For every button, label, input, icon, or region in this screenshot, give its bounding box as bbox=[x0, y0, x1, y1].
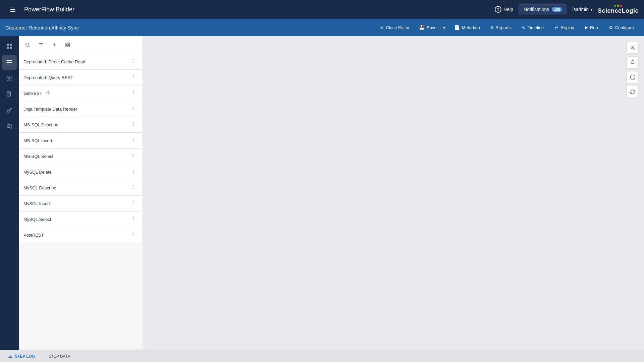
list-item[interactable]: Deprecated: Query REST bbox=[19, 70, 143, 85]
svg-point-17 bbox=[133, 76, 134, 77]
sidebar-item-flows[interactable] bbox=[2, 55, 17, 70]
timeline-button[interactable]: ∿ Timeline bbox=[517, 23, 549, 32]
configure-button[interactable]: ⚙ Configure bbox=[604, 23, 639, 32]
svg-point-29 bbox=[133, 139, 134, 140]
svg-rect-10 bbox=[68, 43, 70, 45]
list-item[interactable]: Jinja Template Data Render bbox=[19, 101, 143, 117]
svg-point-44 bbox=[133, 218, 134, 219]
sidebar-item-settings[interactable] bbox=[2, 71, 17, 86]
svg-point-16 bbox=[133, 75, 134, 76]
sidebar-item-dashboard[interactable] bbox=[2, 39, 17, 54]
octagon-button[interactable] bbox=[627, 71, 639, 83]
search-button[interactable] bbox=[21, 39, 34, 51]
refresh-button[interactable] bbox=[627, 86, 639, 98]
save-icon: 💾 bbox=[419, 25, 425, 30]
bottom-bar: STEP LOG STEP DATA bbox=[0, 350, 644, 362]
tab-step-data[interactable]: STEP DATA bbox=[46, 353, 73, 360]
step-name: MySQL Delete bbox=[23, 170, 52, 175]
reports-button[interactable]: ≡ Reports bbox=[486, 23, 516, 32]
svg-point-18 bbox=[133, 78, 134, 78]
canvas-area[interactable] bbox=[143, 36, 644, 350]
step-more-button[interactable] bbox=[129, 74, 138, 81]
replay-button[interactable]: ↩ Replay bbox=[550, 23, 579, 32]
close-editor-label: Close Editor bbox=[386, 25, 410, 30]
sidebar-item-users[interactable] bbox=[2, 119, 17, 134]
zoom-in-button[interactable] bbox=[627, 42, 639, 54]
list-item[interactable]: GetREST bbox=[19, 85, 143, 101]
close-icon: ✕ bbox=[380, 25, 384, 30]
svg-point-27 bbox=[133, 125, 134, 126]
svg-point-43 bbox=[133, 217, 134, 218]
svg-rect-11 bbox=[66, 45, 67, 47]
list-item[interactable]: MySQL Delete bbox=[19, 164, 143, 180]
svg-point-25 bbox=[133, 122, 134, 123]
step-name: MS-SQL Select bbox=[23, 154, 53, 159]
replay-label: Replay bbox=[560, 25, 574, 30]
editor-title: Customer Retention Affinity Sync bbox=[5, 25, 374, 31]
user-menu[interactable]: isadmin ▾ bbox=[573, 7, 592, 12]
notifications-button[interactable]: Notifications 102 bbox=[519, 4, 567, 14]
timeline-label: Timeline bbox=[528, 25, 544, 30]
list-item[interactable]: MySQL Select bbox=[19, 212, 143, 227]
zoom-out-button[interactable] bbox=[627, 56, 639, 68]
zoom-controls bbox=[627, 42, 639, 98]
step-more-button[interactable] bbox=[129, 105, 138, 113]
svg-point-22 bbox=[133, 107, 134, 107]
step-name: Deprecated: Direct Cache Read bbox=[23, 59, 85, 64]
list-item[interactable]: PostREST bbox=[19, 227, 143, 243]
step-more-button[interactable] bbox=[129, 231, 138, 239]
filter-button[interactable] bbox=[35, 39, 47, 51]
svg-rect-3 bbox=[10, 47, 12, 49]
list-item[interactable]: MS-SQL Insert bbox=[19, 133, 143, 148]
list-item[interactable]: MySQL Insert bbox=[19, 196, 143, 212]
hamburger-button[interactable]: ☰ bbox=[5, 2, 20, 17]
list-item[interactable]: MS-SQL Describe bbox=[19, 117, 143, 133]
svg-point-23 bbox=[133, 108, 134, 109]
svg-point-7 bbox=[8, 124, 9, 126]
svg-rect-0 bbox=[7, 44, 9, 46]
run-button[interactable]: ▶ Run bbox=[580, 23, 603, 32]
svg-point-36 bbox=[133, 172, 134, 173]
step-more-button[interactable] bbox=[129, 184, 138, 191]
save-button[interactable]: 💾 Save bbox=[416, 23, 440, 32]
reports-label: Reports bbox=[495, 25, 511, 30]
svg-point-37 bbox=[133, 185, 134, 186]
step-more-button[interactable] bbox=[129, 121, 138, 128]
chevron-down-icon: ▾ bbox=[443, 25, 445, 30]
step-more-button[interactable] bbox=[129, 58, 138, 65]
metadata-button[interactable]: 📄 Metadata bbox=[449, 23, 485, 32]
close-editor-button[interactable]: ✕ Close Editor bbox=[375, 23, 414, 32]
svg-point-14 bbox=[133, 61, 134, 61]
username-label: isadmin bbox=[573, 7, 589, 12]
svg-point-42 bbox=[133, 204, 134, 204]
step-more-button[interactable] bbox=[129, 137, 138, 144]
save-label: Save bbox=[427, 25, 437, 30]
step-more-button[interactable] bbox=[129, 153, 138, 160]
svg-point-39 bbox=[133, 188, 134, 189]
list-item[interactable]: MySQL Describe bbox=[19, 180, 143, 196]
save-dropdown-button[interactable]: ▾ bbox=[440, 23, 448, 32]
top-nav-left: ☰ PowerFlow Builder bbox=[5, 2, 491, 17]
svg-point-46 bbox=[133, 233, 134, 233]
list-item[interactable]: MS-SQL Select bbox=[19, 148, 143, 164]
svg-rect-12 bbox=[68, 45, 70, 47]
step-name: MS-SQL Describe bbox=[23, 122, 58, 127]
svg-point-24 bbox=[133, 109, 134, 110]
help-button[interactable]: ? Help bbox=[495, 6, 513, 13]
add-step-button[interactable] bbox=[48, 39, 60, 51]
editor-toolbar: Customer Retention Affinity Sync ✕ Close… bbox=[0, 19, 644, 36]
step-more-button[interactable] bbox=[129, 200, 138, 207]
tab-step-log[interactable]: STEP LOG bbox=[5, 353, 38, 360]
sidebar-item-documents[interactable] bbox=[2, 87, 17, 102]
step-more-button[interactable] bbox=[129, 89, 138, 97]
metadata-icon: 📄 bbox=[454, 25, 460, 30]
list-item[interactable]: Deprecated: Direct Cache Read bbox=[19, 54, 143, 70]
grid-view-button[interactable] bbox=[62, 39, 74, 51]
svg-point-47 bbox=[133, 234, 134, 235]
notifications-label: Notifications bbox=[524, 7, 549, 12]
svg-point-6 bbox=[7, 110, 9, 112]
step-more-button[interactable] bbox=[129, 168, 138, 176]
sidebar-item-keys[interactable] bbox=[2, 103, 17, 118]
step-more-button[interactable] bbox=[129, 216, 138, 223]
icon-sidebar bbox=[0, 36, 19, 350]
